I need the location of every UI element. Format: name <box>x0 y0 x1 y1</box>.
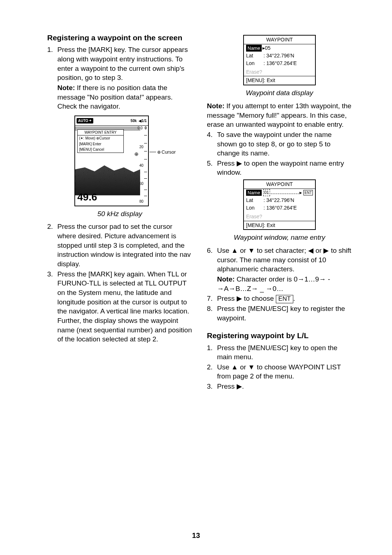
figure-sonar-display: AUTO 50k ◀1/1 0.0 0 WAYPOINT ENTRY (✦: M… <box>51 116 192 206</box>
name-entry-field[interactable]: 01 <box>263 189 270 196</box>
note-no-position: Note: If there is no position data the m… <box>47 83 192 111</box>
step-number: 1. <box>47 45 57 82</box>
step-number: 2. <box>47 222 57 268</box>
figure-waypoint-name-entry: WAYPOINT Name 01 ▸ENT Lat: 34°22.796'N L… <box>207 179 352 230</box>
step-number: 7. <box>207 294 217 303</box>
step-number: 5. <box>207 159 217 177</box>
ent-button[interactable]: ENT <box>303 190 313 196</box>
step-text: To save the waypoint under the name show… <box>217 130 352 158</box>
page-number: 13 <box>0 531 392 540</box>
step-number: 8. <box>207 304 217 323</box>
cursor-callout: Cursor <box>157 149 176 155</box>
figure-caption: 50 kHz display <box>47 209 192 219</box>
step-text: Press the [MARK] key again. When TLL or … <box>57 270 192 344</box>
step-number: 3. <box>47 270 57 344</box>
name-badge: Name <box>246 190 262 196</box>
step-text: Press ▶ to open the waypoint name entry … <box>217 159 352 177</box>
name-badge: Name <box>246 45 262 52</box>
step-text: Press ▶ to choose ENT. <box>217 294 352 303</box>
step-text: Press the cursor pad to set the cursor w… <box>57 222 192 268</box>
heading-register-by-ll: Registering waypoint by L/L <box>207 331 352 341</box>
erase-label: Erase? <box>244 67 315 76</box>
figure-waypoint-data: WAYPOINT Name ▸05 Lat: 34°22.796'N Lon: … <box>207 35 352 85</box>
step-text: Use ▲ or ▼ to set character; ◀ or ▶ to s… <box>217 246 352 274</box>
waypoint-entry-panel: WAYPOINT ENTRY (✦: Move) ⊕Cursor [MARK] … <box>77 129 124 153</box>
figure-caption: Waypoint data display <box>207 88 352 98</box>
auto-badge: AUTO <box>77 118 93 124</box>
erase-label: Erase? <box>244 212 315 221</box>
step-text: Press the [MENU/ESC] key to register the… <box>217 304 352 323</box>
note-memory-full: Note: If you attempt to enter 13th waypo… <box>207 101 352 129</box>
step-text: Press ▶. <box>217 382 352 391</box>
step-number: 4. <box>207 130 217 158</box>
step-number: 6. <box>207 246 217 274</box>
ent-inline: ENT <box>276 295 293 303</box>
step-number: 1. <box>207 343 217 362</box>
cursor-icon <box>134 151 139 158</box>
step-number: 2. <box>207 362 217 381</box>
step-text: Press the [MENU/ESC] key to open the mai… <box>217 343 352 362</box>
depth-readout: 49.6 <box>77 190 97 204</box>
step-text: Press the [MARK] key. The cursor appears… <box>57 45 192 82</box>
step-text: Use ▲ or ▼ to choose WAYPOINT LIST from … <box>217 362 352 381</box>
note-char-order: Note: Character order is 0→1…9→ - →A→B…Z… <box>207 275 352 293</box>
step-number: 3. <box>207 382 217 391</box>
figure-caption: Waypoint window, name entry <box>207 233 352 242</box>
heading-register-on-screen: Registering a waypoint on the screen <box>47 33 192 43</box>
